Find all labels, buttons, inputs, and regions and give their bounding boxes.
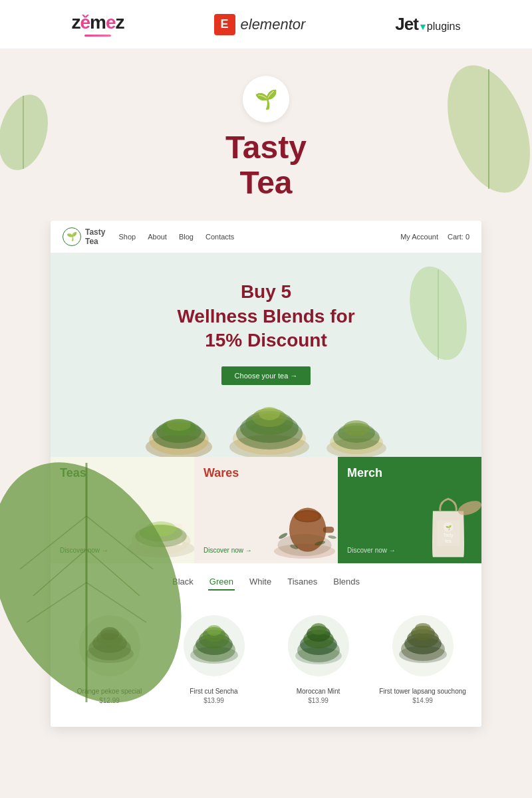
category-teas[interactable]: Teas Discover now →	[51, 457, 194, 563]
brand-bar: zěmez E elementor Jet▼ plugins	[0, 0, 532, 49]
tab-green[interactable]: Green	[208, 574, 235, 591]
svg-point-33	[297, 511, 319, 521]
svg-point-0	[439, 56, 532, 202]
site-logo-text: Tasty Tea	[85, 227, 105, 247]
cta-button[interactable]: Choose your tea →	[221, 366, 311, 385]
zemes-logo: zěmez	[71, 12, 124, 37]
site-logo-hero: 🌱	[243, 76, 289, 122]
tea-pile-3	[323, 414, 390, 457]
svg-point-35	[277, 534, 331, 556]
cart-link[interactable]: Cart: 0	[448, 233, 469, 241]
category-merch[interactable]: Merch 🌱 Tasty tea Discover now →	[338, 457, 481, 563]
product-name-4: First tower lapsang souchong	[379, 688, 466, 695]
category-merch-title: Merch	[338, 457, 481, 484]
elementor-label: elementor	[241, 16, 306, 33]
product-card[interactable]: Orange pekoe special $12.99	[57, 602, 162, 714]
svg-point-18	[259, 407, 280, 420]
site-navigation: 🌱 Tasty Tea Shop About Blog Contacts My …	[51, 221, 481, 254]
product-name-3: Moroccan Mint	[297, 688, 340, 695]
site-nav-right: My Account Cart: 0	[400, 233, 469, 241]
decorative-leaf-left	[0, 89, 53, 178]
svg-point-2	[0, 89, 53, 176]
svg-text:tea: tea	[446, 538, 452, 543]
product-card[interactable]: Moroccan Mint $13.99	[266, 602, 370, 714]
jet-plugins-text: plugins	[427, 21, 461, 33]
leaf-icon: 🌱	[255, 88, 278, 110]
product-name-2: First cut Sencha	[190, 688, 237, 695]
product-card[interactable]: First cut Sencha $13.99	[162, 602, 266, 714]
svg-point-11	[167, 419, 191, 431]
category-teas-title: Teas	[51, 457, 194, 484]
svg-text:Tasty: Tasty	[443, 533, 454, 538]
wares-image	[265, 490, 338, 563]
tab-white[interactable]: White	[248, 574, 273, 591]
website-preview: 🌱 Tasty Tea Shop About Blog Contacts My …	[51, 221, 481, 727]
nav-about[interactable]: About	[148, 233, 167, 241]
svg-point-29	[146, 521, 176, 536]
tab-blends[interactable]: Blends	[332, 574, 361, 591]
wares-discover-link[interactable]: Discover now →	[194, 547, 261, 554]
my-account-link[interactable]: My Account	[400, 233, 438, 241]
tea-pile-2	[226, 400, 313, 457]
svg-point-51	[100, 627, 119, 640]
product-card[interactable]: First tower lapsang souchong $14.99	[370, 602, 475, 714]
product-image-1	[73, 609, 146, 682]
tea-pile-1	[142, 410, 215, 457]
nav-contacts[interactable]: Contacts	[205, 233, 234, 241]
product-price-1: $12.99	[99, 697, 120, 704]
product-image-4	[386, 609, 460, 682]
elementor-icon: E	[214, 14, 235, 35]
nav-shop[interactable]: Shop	[118, 233, 136, 241]
svg-point-23	[343, 420, 370, 436]
svg-point-39	[328, 535, 337, 539]
tea-piles-row	[70, 397, 462, 457]
product-name-1: Orange pekoe special	[77, 688, 142, 695]
product-tabs: Black Green White Tisanes Blends	[51, 563, 481, 596]
tab-black[interactable]: Black	[171, 574, 195, 591]
svg-point-58	[207, 625, 221, 636]
teas-discover-link[interactable]: Discover now →	[51, 547, 118, 554]
svg-point-65	[311, 623, 327, 635]
hero-title: Tasty Tea	[225, 130, 307, 201]
merch-image: 🌱 Tasty tea	[408, 490, 481, 563]
hero-banner: Buy 5 Wellness Blends for 15% Discount C…	[51, 253, 481, 456]
product-image-2	[178, 609, 251, 682]
product-price-4: $14.99	[412, 697, 433, 704]
product-price-3: $13.99	[308, 697, 329, 704]
jet-main-text: Jet▼	[395, 14, 426, 35]
elementor-logo: E elementor	[214, 14, 306, 35]
product-price-2: $13.99	[203, 697, 224, 704]
website-preview-wrapper: 🌱 Tasty Tea Shop About Blog Contacts My …	[0, 221, 532, 747]
product-image-3	[282, 609, 355, 682]
product-grid: Orange pekoe special $12.99 First cut Se…	[51, 596, 481, 727]
teas-image	[121, 490, 194, 563]
merch-discover-link[interactable]: Discover now →	[338, 547, 405, 554]
nav-blog[interactable]: Blog	[179, 233, 194, 241]
banner-title: Buy 5 Wellness Blends for 15% Discount	[70, 280, 462, 352]
decorative-leaf-right	[439, 56, 532, 205]
category-row: Teas Discover now → Wares	[51, 457, 481, 563]
category-wares-title: Wares	[194, 457, 338, 484]
svg-point-72	[415, 623, 431, 634]
category-wares[interactable]: Wares Discover now →	[194, 457, 338, 563]
tab-tisanes[interactable]: Tisanes	[286, 574, 319, 591]
jet-logo: Jet▼ plugins	[395, 14, 460, 35]
site-logo-circle: 🌱	[63, 227, 81, 246]
hero-section: 🌱 Tasty Tea	[0, 49, 532, 221]
svg-rect-34	[323, 527, 334, 533]
site-nav-links[interactable]: Shop About Blog Contacts	[118, 233, 400, 241]
site-logo: 🌱 Tasty Tea	[63, 227, 105, 247]
svg-text:🌱: 🌱	[446, 525, 452, 531]
